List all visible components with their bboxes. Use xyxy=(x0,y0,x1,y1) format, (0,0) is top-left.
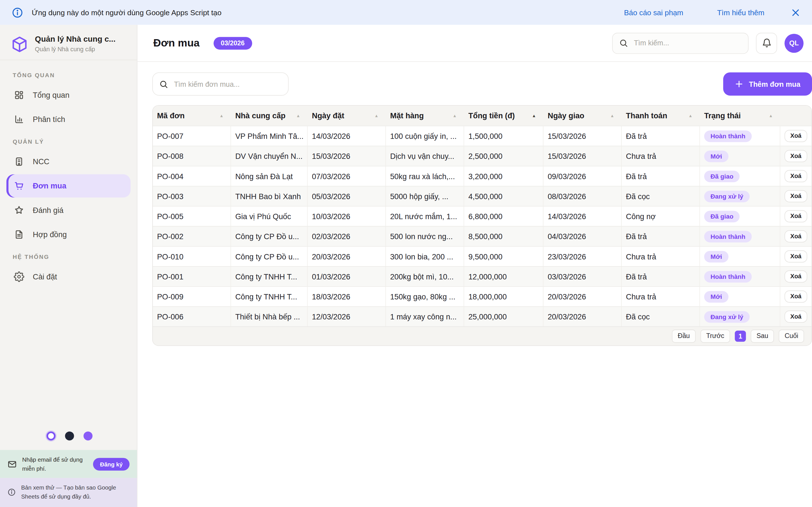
cell-delivery-date: 04/03/2026 xyxy=(544,226,622,246)
delete-button[interactable]: Xoá xyxy=(784,210,807,223)
pagination-prev[interactable]: Trước xyxy=(700,330,730,343)
cell-actions: Xoá xyxy=(780,186,812,206)
sidebar-nav: TỔNG QUAN Tổng quan xyxy=(0,60,137,290)
delete-button[interactable]: Xoá xyxy=(784,130,807,142)
pagination-first[interactable]: Đầu xyxy=(672,330,696,343)
table-row[interactable]: PO-010 Công ty CP Đồ u... 20/03/2026 300… xyxy=(153,246,811,266)
cell-supplier: Thiết bị Nhà bếp ... xyxy=(231,307,308,326)
cell-supplier: Công ty CP Đồ u... xyxy=(231,247,308,266)
cell-items: 150kg gạo, 80kg ... xyxy=(386,287,464,306)
cell-items: 100 cuộn giấy in, ... xyxy=(386,126,464,146)
sidebar-item-danh-gia[interactable]: Đánh giá xyxy=(6,199,131,222)
table-row[interactable]: PO-004 Nông sản Đà Lạt 07/03/2026 50kg r… xyxy=(153,166,811,186)
sidebar-item-phan-tich[interactable]: Phân tích xyxy=(6,108,131,131)
table-row[interactable]: PO-001 Công ty TNHH T... 01/03/2026 200k… xyxy=(153,266,811,286)
status-badge: Hoàn thành xyxy=(704,130,752,142)
signup-button[interactable]: Đăng ký xyxy=(93,458,130,470)
status-badge: Đang xử lý xyxy=(704,311,750,322)
cell-delivery-date: 20/03/2026 xyxy=(544,287,622,306)
sidebar: Quản lý Nhà cung c... Quản lý Nhà cung c… xyxy=(0,25,138,507)
cell-status: Hoàn thành xyxy=(700,226,780,246)
cell-delivery-date: 15/03/2026 xyxy=(544,146,622,166)
delete-button[interactable]: Xoá xyxy=(784,270,807,283)
table-row[interactable]: PO-005 Gia vị Phú Quốc 10/03/2026 20L nư… xyxy=(153,206,811,226)
sort-icon: ▲ xyxy=(688,113,693,118)
learn-more-link[interactable]: Tìm hiểu thêm xyxy=(717,8,764,17)
theme-switcher xyxy=(0,432,137,450)
cell-delivery-date: 08/03/2026 xyxy=(544,186,622,206)
cube-logo-icon xyxy=(11,36,29,54)
sort-icon: ▲ xyxy=(219,113,223,118)
cell-items: 50kg rau xà lách,... xyxy=(386,166,464,186)
pagination-current-page[interactable]: 1 xyxy=(735,331,746,342)
cell-total: 3,200,000 xyxy=(464,166,543,186)
delete-button[interactable]: Xoá xyxy=(784,190,807,203)
pagination-last[interactable]: Cuối xyxy=(779,330,804,343)
cell-order-id: PO-001 xyxy=(153,267,231,286)
cell-supplier: Công ty TNHH T... xyxy=(231,267,308,286)
notifications-button[interactable] xyxy=(756,33,777,54)
col-header-ma-don[interactable]: Mã đơn▲ xyxy=(153,106,231,126)
table-row[interactable]: PO-009 Công ty TNHH T... 18/03/2026 150k… xyxy=(153,286,811,306)
theme-dot-purple[interactable] xyxy=(84,432,93,441)
sidebar-item-ncc[interactable]: NCC xyxy=(6,150,131,173)
global-search-input[interactable] xyxy=(633,39,742,48)
pagination-next[interactable]: Sau xyxy=(751,330,774,343)
status-badge: Đang xử lý xyxy=(704,190,750,202)
document-icon xyxy=(14,229,24,240)
cell-payment: Đã trả xyxy=(622,226,700,246)
cart-icon xyxy=(14,180,24,191)
sidebar-item-hop-dong[interactable]: Hợp đồng xyxy=(6,223,131,246)
cell-order-date: 02/03/2026 xyxy=(308,226,386,246)
sidebar-item-don-mua[interactable]: Đơn mua xyxy=(6,174,131,198)
sidebar-item-cai-dat[interactable]: Cài đặt xyxy=(6,265,131,288)
cell-order-date: 18/03/2026 xyxy=(308,287,386,306)
delete-button[interactable]: Xoá xyxy=(784,150,807,162)
cell-actions: Xoá xyxy=(780,307,812,326)
gear-icon xyxy=(14,272,24,282)
month-badge: 03/2026 xyxy=(213,37,252,49)
email-signup-banner: Nhập email để sử dụng miễn phí. Đăng ký xyxy=(0,450,137,478)
col-header-thanh-toan[interactable]: Thanh toán▲ xyxy=(622,106,700,126)
page-title: Đơn mua xyxy=(153,37,200,49)
sidebar-item-label: Hợp đồng xyxy=(33,230,67,239)
top-header: Đơn mua 03/2026 xyxy=(138,25,812,62)
table-row[interactable]: PO-008 DV Vận chuyển N... 15/03/2026 Dịc… xyxy=(153,146,811,166)
order-search xyxy=(152,72,289,96)
table-row[interactable]: PO-003 TNHH Bao bì Xanh 05/03/2026 5000 … xyxy=(153,186,811,206)
delete-button[interactable]: Xoá xyxy=(784,230,807,242)
close-icon[interactable] xyxy=(791,8,801,17)
table-row[interactable]: PO-007 VP Phẩm Minh Tâ... 14/03/2026 100… xyxy=(153,126,811,146)
delete-button[interactable]: Xoá xyxy=(784,250,807,263)
col-header-mat-hang[interactable]: Mặt hàng▲ xyxy=(386,106,464,126)
report-abuse-link[interactable]: Báo cáo sai phạm xyxy=(624,8,683,17)
col-header-ngay-dat[interactable]: Ngày đặt▲ xyxy=(308,106,386,126)
col-header-tong-tien[interactable]: Tổng tiền (đ)▲ xyxy=(464,106,543,126)
delete-button[interactable]: Xoá xyxy=(784,290,807,303)
theme-dot-light[interactable] xyxy=(47,432,56,441)
delete-button[interactable]: Xoá xyxy=(784,170,807,182)
cell-payment: Đã trả xyxy=(622,126,700,146)
table-row[interactable]: PO-006 Thiết bị Nhà bếp ... 12/03/2026 1… xyxy=(153,306,811,327)
avatar[interactable]: QL xyxy=(784,34,804,53)
cell-supplier: VP Phẩm Minh Tâ... xyxy=(231,126,308,146)
col-header-trang-thai[interactable]: Trạng thái▲ xyxy=(700,106,780,126)
sidebar-item-label: Đánh giá xyxy=(33,206,63,214)
col-header-nha-cung-cap[interactable]: Nhà cung cấp▲ xyxy=(231,106,308,126)
cell-actions: Xoá xyxy=(780,126,812,146)
cell-payment: Chưa trả xyxy=(622,146,700,166)
table-row[interactable]: PO-002 Công ty CP Đồ u... 02/03/2026 500… xyxy=(153,226,811,246)
sidebar-item-tong-quan[interactable]: Tổng quan xyxy=(6,83,131,107)
cell-supplier: Công ty CP Đồ u... xyxy=(231,226,308,246)
cell-order-id: PO-010 xyxy=(153,247,231,266)
info-circle-icon xyxy=(7,488,16,496)
delete-button[interactable]: Xoá xyxy=(784,311,807,323)
cell-order-date: 10/03/2026 xyxy=(308,207,386,226)
cell-items: 500 lon nước ng... xyxy=(386,226,464,246)
cell-order-id: PO-005 xyxy=(153,207,231,226)
order-search-input[interactable] xyxy=(173,79,282,89)
cell-total: 18,000,000 xyxy=(464,287,543,306)
theme-dot-dark[interactable] xyxy=(65,432,74,441)
col-header-ngay-giao[interactable]: Ngày giao▲ xyxy=(544,106,622,126)
add-order-button[interactable]: Thêm đơn mua xyxy=(723,72,812,96)
